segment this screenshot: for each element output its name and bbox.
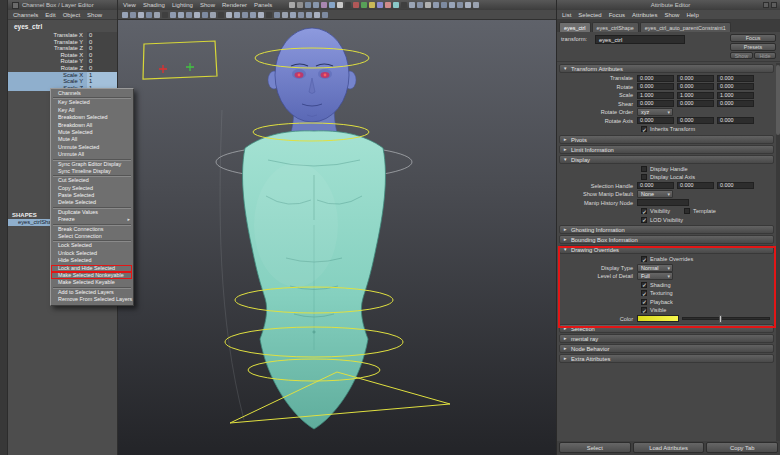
toolbar-icon[interactable] [298,12,304,18]
menu-renderer[interactable]: Renderer [222,0,247,10]
section-bounding-box-information[interactable]: Bounding Box Information [559,235,774,244]
display-type-dropdown[interactable]: Normal [637,264,673,272]
translate-x-field[interactable]: 0.000 [637,75,674,82]
menu-item-mute-selected[interactable]: Mute Selected [51,129,133,136]
menu-item-remove-from-selected-layers[interactable]: Remove From Selected Layers [51,296,133,303]
toolbar-icon[interactable] [393,2,399,8]
template-checkbox[interactable] [684,208,690,214]
toolbar-icon[interactable] [306,12,312,18]
scene-3d[interactable] [118,20,556,455]
menu-item-select-connection[interactable]: Select Connection [51,233,133,240]
rotate-axis-z-field[interactable]: 0.000 [717,117,754,124]
menu-item-sync-graph-editor-display[interactable]: Sync Graph Editor Display [51,161,133,168]
toolbar-icon[interactable] [258,12,264,18]
toolbar-icon[interactable] [274,12,280,18]
menu-item-mute-all[interactable]: Mute All [51,136,133,143]
toolbar-icon[interactable] [473,2,479,8]
channel-value[interactable]: 0 [87,58,117,65]
menu-object[interactable]: Object [63,10,80,19]
menu-item-break-connections[interactable]: Break Connections [51,226,133,233]
axis-cross-red-icon[interactable] [159,65,167,73]
menu-edit[interactable]: Edit [45,10,55,19]
channel-value[interactable]: 1 [87,78,117,85]
display-local-axis-checkbox[interactable] [641,174,647,180]
toolbar-icon[interactable] [138,12,144,18]
toolbar-icon[interactable] [162,12,168,18]
toolbar-icon[interactable] [377,2,383,8]
shear-x-field[interactable]: 0.000 [637,100,674,107]
channel-value[interactable]: 0 [87,39,117,46]
channel-row-translate-y[interactable]: Translate Y 0 [8,39,117,46]
menu-item-make-selected-keyable[interactable]: Make Selected Keyable [51,279,133,286]
channel-row-rotate-x[interactable]: Rotate X 0 [8,52,117,59]
scale-x-field[interactable]: 1.000 [637,92,674,99]
toolbar-icon[interactable] [321,2,327,8]
selection-handle-z-field[interactable]: 0.000 [717,182,754,189]
load-attributes-button[interactable]: Load Attributes [633,442,705,453]
override-color-swatch[interactable] [637,315,679,322]
translate-z-field[interactable]: 0.000 [717,75,754,82]
menu-item-copy-selected[interactable]: Copy Selected [51,185,133,192]
menu-lighting[interactable]: Lighting [172,0,193,10]
dock-icon[interactable] [763,2,769,8]
menu-item-unmute-all[interactable]: Unmute All [51,151,133,158]
manip-history-node-field[interactable] [637,199,689,206]
section-drawing-overrides[interactable]: Drawing Overrides [559,245,774,254]
section-ghosting-information[interactable]: Ghosting Information [559,225,774,234]
toolbar-icon[interactable] [353,2,359,8]
channel-row-translate-z[interactable]: Translate Z 0 [8,45,117,52]
menu-item-paste-selected[interactable]: Paste Selected [51,192,133,199]
display-handle-checkbox[interactable] [641,166,647,172]
node-name[interactable]: eyes_ctrl [8,20,117,32]
channel-row-scale-x[interactable]: Scale X 1 [8,72,117,79]
toolbar-icon[interactable] [178,12,184,18]
playback-checkbox[interactable] [641,299,647,305]
tab-parent-constraint[interactable]: eyes_ctrl_auto_parentConstraint1 [640,22,731,32]
selection-handle-x-field[interactable]: 0.000 [637,182,674,189]
section-extra-attributes[interactable]: Extra Attributes [559,354,774,363]
hide-button[interactable]: Hide [754,52,776,59]
shading-checkbox[interactable] [641,282,647,288]
selection-handle-y-field[interactable]: 0.000 [677,182,714,189]
channel-value[interactable]: 0 [87,52,117,59]
tab-eyes-ctrl[interactable]: eyes_ctrl [559,22,591,32]
translate-y-field[interactable]: 0.000 [677,75,714,82]
section-node-behavior[interactable]: Node Behavior [559,344,774,353]
override-color-slider[interactable] [682,317,770,320]
menu-list[interactable]: List [562,10,571,19]
channel-row-translate-x[interactable]: Translate X 0 [8,32,117,39]
focus-button[interactable]: Focus [730,34,776,42]
menu-item-breakdown-selected[interactable]: Breakdown Selected [51,114,133,121]
show-manip-default-dropdown[interactable]: None [637,190,673,198]
toolbar-icon[interactable] [130,12,136,18]
channel-value[interactable]: 0 [87,32,117,39]
toolbar-icon[interactable] [122,12,128,18]
channel-value[interactable]: 1 [87,72,117,79]
toolbar-icon[interactable] [154,12,160,18]
toolbar-icon[interactable] [226,12,232,18]
menu-item-lock-selected[interactable]: Lock Selected [51,242,133,249]
menu-attributes[interactable]: Attributes [632,10,657,19]
menu-item-cut-selected[interactable]: Cut Selected [51,177,133,184]
toolbar-icon[interactable] [409,2,415,8]
toolbar-icon[interactable] [210,12,216,18]
channel-row-rotate-z[interactable]: Rotate Z 0 [8,65,117,72]
toolbar-icon[interactable] [361,2,367,8]
rotate-z-field[interactable]: 0.000 [717,83,754,90]
toolbar-icon[interactable] [345,2,351,8]
rotate-axis-x-field[interactable]: 0.000 [637,117,674,124]
menu-item-lock-and-hide-selected[interactable]: Lock and Hide Selected [51,265,133,272]
copy-tab-button[interactable]: Copy Tab [706,442,778,453]
menu-channels[interactable]: Channels [13,10,38,19]
toolbar-icon[interactable] [449,2,455,8]
toolbar-icon[interactable] [313,2,319,8]
visibility-checkbox[interactable] [641,208,647,214]
toolbar-icon[interactable] [305,2,311,8]
toolbar-icon[interactable] [329,2,335,8]
head-mesh[interactable] [275,28,349,122]
enable-overrides-checkbox[interactable] [641,256,647,262]
toolbar-icon[interactable] [194,12,200,18]
section-limit-information[interactable]: Limit Information [559,145,774,154]
toolbar-icon[interactable] [250,12,256,18]
tab-eyes-ctrlshape[interactable]: eyes_ctrlShape [592,22,639,32]
